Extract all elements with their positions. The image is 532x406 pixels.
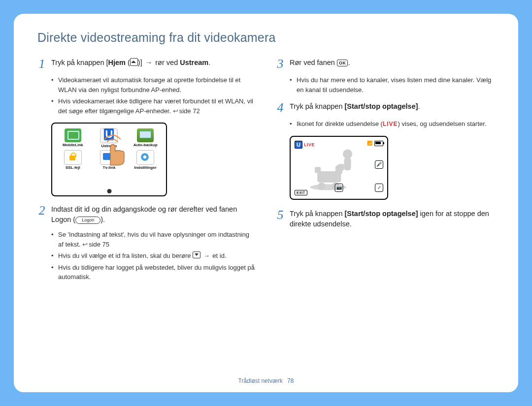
ustream-badge-icon: U (295, 141, 302, 149)
svg-rect-6 (338, 166, 342, 174)
mobilelink-icon (65, 128, 81, 142)
ustream-icon (100, 128, 118, 143)
step-2: 2 Indtast dit id og din adgangskode og r… (37, 204, 256, 225)
svg-point-1 (343, 149, 352, 158)
footer-section: Trådløst netværk (238, 377, 283, 384)
step-number-4: 4 (276, 101, 285, 114)
exit-chip: EXIT (295, 190, 307, 195)
camera-icon: 📷 (335, 184, 343, 192)
home-icon (130, 58, 138, 66)
step-1: 1 Tryk på knappen [Hjem ()] → rør ved Us… (37, 58, 256, 70)
battery-icon (374, 141, 383, 146)
svg-rect-7 (315, 167, 321, 173)
step-3-text: Rør ved fanen OK. (290, 58, 495, 68)
step-2-bullet-3: Hvis du tidligere har logget på webstede… (51, 263, 256, 282)
step-2-bullet-1: Se 'Indtastning af tekst', hvis du vil h… (51, 230, 256, 249)
step-4: 4 Tryk på knappen [Start/stop optagelse]… (276, 101, 495, 114)
step-1-bullets: Videokameraet vil automatisk forsøge at … (51, 75, 256, 116)
left-column: 1 Tryk på knappen [Hjem ()] → rør ved Us… (37, 58, 256, 289)
grid-indstillinger: Indstillinger (134, 150, 156, 170)
step-2-text: Indtast dit id og din adgangskode og rør… (51, 204, 256, 225)
svg-rect-3 (317, 171, 341, 183)
tvlink-icon (100, 150, 118, 165)
arrow-icon: → (203, 251, 210, 261)
step-1-bullet-1: Videokameraet vil automatisk forsøge at … (51, 75, 256, 94)
step-4-bullets: Ikonet for direkte udsendelse (LIVE) vis… (290, 119, 495, 129)
page-title: Direkte videostreaming fra dit videokame… (37, 31, 495, 45)
overlay-right-mic: 🎤 (375, 160, 383, 172)
ref-side-72: side 72 (173, 107, 200, 115)
svg-point-4 (318, 182, 326, 190)
expand-icon: ⤢ (375, 184, 383, 192)
step-3-bullets: Hvis du har mere end to kanaler, vises l… (290, 75, 495, 94)
step-number-1: 1 (37, 58, 46, 70)
step-5-text: Tryk på knappen [Start/stop optagelse] i… (290, 209, 495, 229)
right-column: 3 Rør ved fanen OK. Hvis du har mere end… (276, 58, 495, 289)
content-columns: 1 Tryk på knappen [Hjem ()] → rør ved Us… (37, 58, 495, 289)
grid-tvlink: Tv-link (100, 150, 118, 170)
overlay-bottom-right: ⤢ (375, 184, 383, 195)
gear-icon (136, 150, 154, 165)
home-grid-screenshot: MobileLink Ustream Auto-backup SSL-fejl … (51, 123, 167, 196)
wifi-icon: 📶 (367, 141, 372, 146)
live-indicator: LIVE (304, 142, 315, 147)
step-2-bullet-2: Hvis du vil vælge et id fra listen, skal… (51, 251, 256, 261)
step-number-2: 2 (37, 204, 46, 217)
grid-sslfejl: SSL-fejl (64, 150, 82, 170)
step-3: 3 Rør ved fanen OK. (276, 58, 495, 70)
dropdown-icon (193, 251, 200, 258)
overlay-bottom-center: 📷 (335, 184, 343, 195)
overlay-top-right: 📶 (367, 141, 383, 146)
overlay-bottom-left: EXIT (295, 190, 307, 195)
mic-icon: 🎤 (375, 160, 383, 169)
arrow-icon: → (145, 58, 153, 68)
step-4-bullet-1: Ikonet for direkte udsendelse (LIVE) vis… (290, 119, 495, 129)
overlay-top-left: U LIVE (295, 141, 315, 149)
step-number-5: 5 (276, 209, 285, 221)
page-footer: Trådløst netværk 78 (14, 377, 518, 384)
step-4-text: Tryk på knappen [Start/stop optagelse]. (290, 101, 495, 112)
step-1-text: Tryk på knappen [Hjem ()] → rør ved Ustr… (51, 58, 256, 68)
step-3-bullet-1: Hvis du har mere end to kanaler, vises l… (290, 75, 495, 94)
svg-rect-2 (344, 157, 351, 170)
step-2-bullets: Se 'Indtastning af tekst', hvis du vil h… (51, 230, 256, 282)
ok-chip: OK (337, 60, 348, 66)
step-1-bullet-2: Hvis videokameraet ikke tidligere har væ… (51, 96, 256, 116)
step-5: 5 Tryk på knappen [Start/stop optagelse]… (276, 209, 495, 229)
logon-chip: Logon (75, 217, 100, 224)
live-badge-inline: LIVE (383, 121, 398, 127)
autobackup-icon (137, 128, 154, 142)
grid-ustream: Ustream (100, 128, 118, 148)
ref-side-75: side 75 (82, 241, 109, 248)
manual-page: Direkte videostreaming fra dit videokame… (14, 14, 518, 392)
live-stream-screenshot: U LIVE 📶 🎤 ⤢ 📷 EXIT (290, 136, 388, 200)
step-number-3: 3 (276, 58, 285, 70)
page-indicator-icon (107, 189, 111, 193)
footer-page-number: 78 (287, 377, 294, 384)
grid-mobilelink: MobileLink (63, 128, 83, 148)
lock-icon (64, 150, 82, 165)
grid-autobackup: Auto-backup (133, 128, 158, 148)
